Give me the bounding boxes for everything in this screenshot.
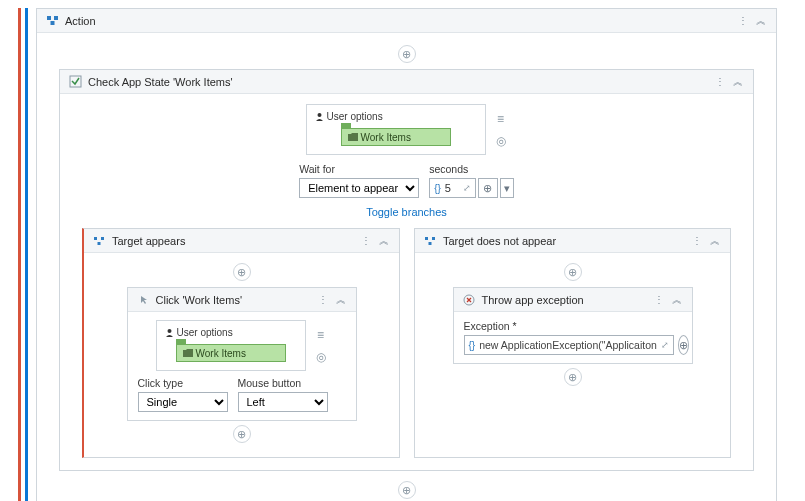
tdna-menu-icon[interactable]: ⋮ [690,235,704,246]
action-icon [45,14,59,28]
ta-add-before-button[interactable]: ⊕ [233,263,251,281]
tdna-add-after-button[interactable]: ⊕ [564,368,582,386]
check-collapse-icon[interactable]: ︽ [731,75,745,89]
check-icon [68,75,82,89]
click-work-items-panel: Click 'Work Items' ⋮ ︽ [127,287,357,421]
svg-rect-2 [50,21,54,25]
throw-icon [462,293,476,307]
selector-target-icon[interactable]: ◎ [494,134,508,148]
svg-rect-0 [47,16,51,20]
check-app-state-header[interactable]: Check App State 'Work Items' ⋮ ︽ [60,70,753,94]
click-type-select[interactable]: Single [138,392,228,412]
mouse-button-label: Mouse button [238,377,328,389]
tdna-add-before-button[interactable]: ⊕ [564,263,582,281]
toggle-branches-link[interactable]: Toggle branches [82,206,731,218]
check-app-state-title: Check App State 'Work Items' [88,76,709,88]
svg-rect-7 [98,242,101,245]
selector-menu-icon[interactable]: ≡ [494,112,508,126]
svg-rect-5 [94,237,97,240]
ta-collapse-icon[interactable]: ︽ [377,234,391,248]
wait-for-select[interactable]: Element to appear [299,178,419,198]
user-icon [315,112,324,121]
svg-rect-10 [432,237,435,240]
folder-icon [183,349,193,357]
left-orange-indicator [18,8,21,501]
user-icon [165,328,174,337]
throw-collapse-icon[interactable]: ︽ [670,293,684,307]
ta-add-after-button[interactable]: ⊕ [233,425,251,443]
branch-icon [92,234,106,248]
exception-plus-button[interactable]: ⊕ [678,335,689,355]
add-after-check-button[interactable]: ⊕ [398,481,416,499]
expand-icon[interactable]: ⤢ [661,340,669,350]
seconds-input[interactable]: {} 5 ⤢ [429,178,476,198]
throw-menu-icon[interactable]: ⋮ [652,294,666,305]
left-blue-indicator [25,8,28,501]
action-title: Action [65,15,732,27]
click-selector-target-icon[interactable]: ◎ [314,350,328,364]
seconds-label: seconds [429,163,514,175]
check-app-state-panel: Check App State 'Work Items' ⋮ ︽ User op… [59,69,754,471]
click-header[interactable]: Click 'Work Items' ⋮ ︽ [128,288,356,312]
mouse-button-select[interactable]: Left [238,392,328,412]
svg-rect-11 [429,242,432,245]
action-collapse-icon[interactable]: ︽ [754,14,768,28]
work-items-preview: Work Items [341,128,451,146]
expand-icon[interactable]: ⤢ [463,183,471,193]
click-menu-icon[interactable]: ⋮ [316,294,330,305]
exception-label: Exception * [464,320,682,332]
click-user-options: User options [165,327,233,338]
target-does-not-appear-panel: Target does not appear ⋮ ︽ ⊕ [414,228,731,458]
click-collapse-icon[interactable]: ︽ [334,293,348,307]
click-icon [136,293,150,307]
click-selector-menu-icon[interactable]: ≡ [314,328,328,342]
click-work-items-preview: Work Items [176,344,286,362]
branch-icon [423,234,437,248]
brace-icon: {} [434,183,441,194]
click-selector-preview[interactable]: User options [156,320,306,371]
add-before-check-button[interactable]: ⊕ [398,45,416,63]
svg-point-4 [317,113,321,117]
click-title: Click 'Work Items' [156,294,312,306]
check-menu-icon[interactable]: ⋮ [713,76,727,87]
target-appears-panel: Target appears ⋮ ︽ ⊕ [82,228,400,458]
throw-header[interactable]: Throw app exception ⋮ ︽ [454,288,692,312]
tdna-collapse-icon[interactable]: ︽ [708,234,722,248]
wait-for-label: Wait for [299,163,419,175]
seconds-plus-button[interactable]: ⊕ [478,178,498,198]
folder-icon [348,133,358,141]
throw-title: Throw app exception [482,294,648,306]
throw-exception-panel: Throw app exception ⋮ ︽ Exception * [453,287,693,364]
target-does-not-appear-title: Target does not appear [443,235,686,247]
target-appears-header[interactable]: Target appears ⋮ ︽ [84,229,399,253]
svg-rect-9 [425,237,428,240]
svg-rect-6 [101,237,104,240]
action-panel: Action ⋮ ︽ ⊕ Check App State 'Work Items… [36,8,777,501]
exception-input[interactable]: {} new ApplicationException("Applicaiton… [464,335,674,355]
click-type-label: Click type [138,377,228,389]
user-options-label: User options [315,111,383,122]
target-appears-title: Target appears [112,235,355,247]
action-menu-icon[interactable]: ⋮ [736,15,750,26]
seconds-dropdown-button[interactable]: ▾ [500,178,514,198]
svg-rect-1 [54,16,58,20]
svg-point-8 [167,329,171,333]
action-header[interactable]: Action ⋮ ︽ [37,9,776,33]
selector-preview-box[interactable]: User options Work Items [306,104,486,155]
target-does-not-appear-header[interactable]: Target does not appear ⋮ ︽ [415,229,730,253]
ta-menu-icon[interactable]: ⋮ [359,235,373,246]
brace-icon: {} [469,340,476,351]
